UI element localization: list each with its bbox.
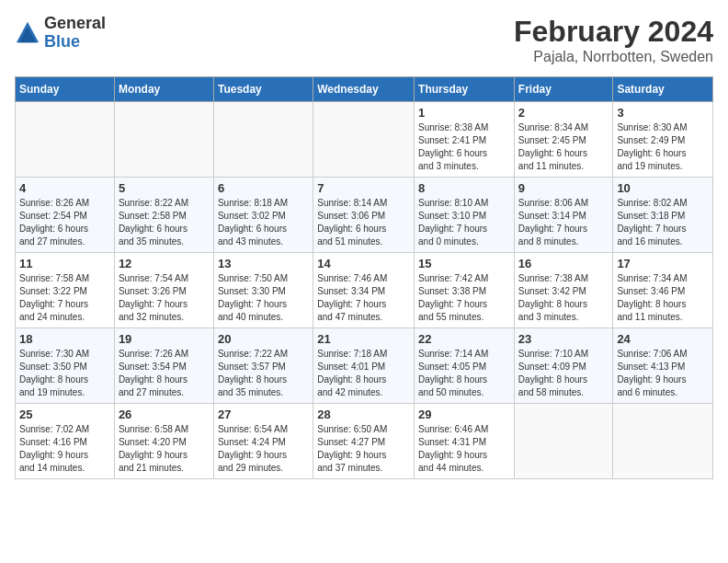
day-info: Sunrise: 7:38 AM Sunset: 3:42 PM Dayligh… — [518, 272, 609, 324]
calendar-cell: 11Sunrise: 7:58 AM Sunset: 3:22 PM Dayli… — [16, 253, 115, 328]
day-number: 19 — [119, 332, 210, 346]
calendar-week-row: 4Sunrise: 8:26 AM Sunset: 2:54 PM Daylig… — [16, 178, 713, 253]
calendar-cell: 22Sunrise: 7:14 AM Sunset: 4:05 PM Dayli… — [415, 328, 515, 404]
calendar-cell: 21Sunrise: 7:18 AM Sunset: 4:01 PM Dayli… — [313, 328, 415, 404]
calendar-cell — [613, 404, 713, 479]
weekday-header-row: SundayMondayTuesdayWednesdayThursdayFrid… — [16, 77, 713, 102]
day-number: 15 — [418, 257, 510, 270]
logo-blue-text: Blue — [44, 32, 80, 51]
day-info: Sunrise: 7:02 AM Sunset: 4:16 PM Dayligh… — [19, 423, 110, 475]
calendar-cell: 3Sunrise: 8:30 AM Sunset: 2:49 PM Daylig… — [613, 102, 713, 178]
calendar-cell: 10Sunrise: 8:02 AM Sunset: 3:18 PM Dayli… — [613, 178, 713, 253]
calendar-week-row: 25Sunrise: 7:02 AM Sunset: 4:16 PM Dayli… — [16, 404, 713, 479]
day-number: 4 — [19, 181, 110, 195]
location-subtitle: Pajala, Norrbotten, Sweden — [514, 49, 713, 65]
day-number: 22 — [418, 332, 510, 346]
logo: General Blue — [15, 15, 106, 52]
day-number: 12 — [119, 257, 210, 270]
day-number: 26 — [119, 408, 210, 421]
day-info: Sunrise: 7:18 AM Sunset: 4:01 PM Dayligh… — [317, 348, 410, 399]
day-info: Sunrise: 6:46 AM Sunset: 4:31 PM Dayligh… — [418, 423, 510, 475]
day-number: 3 — [617, 106, 709, 120]
day-number: 1 — [418, 106, 510, 120]
day-info: Sunrise: 8:34 AM Sunset: 2:45 PM Dayligh… — [518, 121, 609, 173]
day-info: Sunrise: 6:54 AM Sunset: 4:24 PM Dayligh… — [218, 423, 309, 475]
calendar-cell: 28Sunrise: 6:50 AM Sunset: 4:27 PM Dayli… — [313, 404, 415, 479]
day-info: Sunrise: 7:14 AM Sunset: 4:05 PM Dayligh… — [418, 348, 510, 399]
day-info: Sunrise: 6:58 AM Sunset: 4:20 PM Dayligh… — [119, 423, 210, 475]
logo-general-text: General — [44, 14, 106, 32]
month-year-title: February 2024 — [514, 15, 713, 49]
calendar-cell: 15Sunrise: 7:42 AM Sunset: 3:38 PM Dayli… — [415, 253, 515, 328]
calendar-cell: 5Sunrise: 8:22 AM Sunset: 2:58 PM Daylig… — [114, 178, 213, 253]
day-number: 14 — [317, 257, 410, 270]
day-info: Sunrise: 6:50 AM Sunset: 4:27 PM Dayligh… — [317, 423, 410, 475]
day-info: Sunrise: 7:58 AM Sunset: 3:22 PM Dayligh… — [19, 272, 110, 324]
calendar-cell — [313, 102, 415, 178]
day-info: Sunrise: 7:26 AM Sunset: 3:54 PM Dayligh… — [119, 348, 210, 399]
calendar-cell: 6Sunrise: 8:18 AM Sunset: 3:02 PM Daylig… — [213, 178, 313, 253]
day-number: 6 — [218, 181, 309, 195]
day-info: Sunrise: 7:10 AM Sunset: 4:09 PM Dayligh… — [518, 348, 609, 399]
day-info: Sunrise: 7:06 AM Sunset: 4:13 PM Dayligh… — [617, 348, 709, 399]
day-number: 20 — [218, 332, 309, 346]
day-info: Sunrise: 7:42 AM Sunset: 3:38 PM Dayligh… — [418, 272, 510, 324]
day-number: 8 — [418, 181, 510, 195]
calendar-cell — [114, 102, 213, 178]
calendar-cell — [514, 404, 613, 479]
calendar-cell: 9Sunrise: 8:06 AM Sunset: 3:14 PM Daylig… — [514, 178, 613, 253]
day-info: Sunrise: 8:10 AM Sunset: 3:10 PM Dayligh… — [418, 197, 510, 248]
calendar-week-row: 18Sunrise: 7:30 AM Sunset: 3:50 PM Dayli… — [16, 328, 713, 404]
calendar-cell: 14Sunrise: 7:46 AM Sunset: 3:34 PM Dayli… — [313, 253, 415, 328]
calendar-cell: 20Sunrise: 7:22 AM Sunset: 3:57 PM Dayli… — [213, 328, 313, 404]
calendar-cell: 19Sunrise: 7:26 AM Sunset: 3:54 PM Dayli… — [114, 328, 213, 404]
weekday-monday: Monday — [114, 77, 213, 102]
calendar-cell: 13Sunrise: 7:50 AM Sunset: 3:30 PM Dayli… — [213, 253, 313, 328]
day-number: 18 — [19, 332, 110, 346]
day-number: 7 — [317, 181, 410, 195]
day-number: 23 — [518, 332, 609, 346]
day-info: Sunrise: 8:38 AM Sunset: 2:41 PM Dayligh… — [418, 121, 510, 173]
calendar-cell: 2Sunrise: 8:34 AM Sunset: 2:45 PM Daylig… — [514, 102, 613, 178]
weekday-wednesday: Wednesday — [313, 77, 415, 102]
day-info: Sunrise: 7:34 AM Sunset: 3:46 PM Dayligh… — [617, 272, 709, 324]
calendar-cell: 12Sunrise: 7:54 AM Sunset: 3:26 PM Dayli… — [114, 253, 213, 328]
day-number: 28 — [317, 408, 410, 421]
weekday-sunday: Sunday — [16, 77, 115, 102]
day-number: 24 — [617, 332, 709, 346]
calendar-cell: 16Sunrise: 7:38 AM Sunset: 3:42 PM Dayli… — [514, 253, 613, 328]
calendar-cell: 23Sunrise: 7:10 AM Sunset: 4:09 PM Dayli… — [514, 328, 613, 404]
day-info: Sunrise: 8:14 AM Sunset: 3:06 PM Dayligh… — [317, 197, 410, 248]
day-number: 17 — [617, 257, 709, 270]
day-info: Sunrise: 7:46 AM Sunset: 3:34 PM Dayligh… — [317, 272, 410, 324]
day-number: 27 — [218, 408, 309, 421]
day-number: 9 — [518, 181, 609, 195]
calendar-cell: 29Sunrise: 6:46 AM Sunset: 4:31 PM Dayli… — [415, 404, 515, 479]
day-info: Sunrise: 8:26 AM Sunset: 2:54 PM Dayligh… — [19, 197, 110, 248]
calendar-cell — [213, 102, 313, 178]
day-info: Sunrise: 7:50 AM Sunset: 3:30 PM Dayligh… — [218, 272, 309, 324]
title-block: February 2024 Pajala, Norrbotten, Sweden — [514, 15, 713, 65]
day-info: Sunrise: 7:30 AM Sunset: 3:50 PM Dayligh… — [19, 348, 110, 399]
day-number: 11 — [19, 257, 110, 270]
calendar-cell: 18Sunrise: 7:30 AM Sunset: 3:50 PM Dayli… — [16, 328, 115, 404]
calendar-cell: 17Sunrise: 7:34 AM Sunset: 3:46 PM Dayli… — [613, 253, 713, 328]
weekday-thursday: Thursday — [415, 77, 515, 102]
calendar-cell: 8Sunrise: 8:10 AM Sunset: 3:10 PM Daylig… — [415, 178, 515, 253]
weekday-saturday: Saturday — [613, 77, 713, 102]
day-number: 5 — [119, 181, 210, 195]
day-info: Sunrise: 8:02 AM Sunset: 3:18 PM Dayligh… — [617, 197, 709, 248]
calendar-cell: 25Sunrise: 7:02 AM Sunset: 4:16 PM Dayli… — [16, 404, 115, 479]
day-number: 25 — [19, 408, 110, 421]
day-info: Sunrise: 8:30 AM Sunset: 2:49 PM Dayligh… — [617, 121, 709, 173]
calendar-cell: 26Sunrise: 6:58 AM Sunset: 4:20 PM Dayli… — [114, 404, 213, 479]
day-number: 13 — [218, 257, 309, 270]
day-info: Sunrise: 7:54 AM Sunset: 3:26 PM Dayligh… — [119, 272, 210, 324]
page-header: General Blue February 2024 Pajala, Norrb… — [15, 15, 713, 65]
calendar-week-row: 1Sunrise: 8:38 AM Sunset: 2:41 PM Daylig… — [16, 102, 713, 178]
day-info: Sunrise: 8:18 AM Sunset: 3:02 PM Dayligh… — [218, 197, 309, 248]
calendar-cell: 7Sunrise: 8:14 AM Sunset: 3:06 PM Daylig… — [313, 178, 415, 253]
calendar-cell: 4Sunrise: 8:26 AM Sunset: 2:54 PM Daylig… — [16, 178, 115, 253]
calendar-cell: 27Sunrise: 6:54 AM Sunset: 4:24 PM Dayli… — [213, 404, 313, 479]
day-number: 10 — [617, 181, 709, 195]
